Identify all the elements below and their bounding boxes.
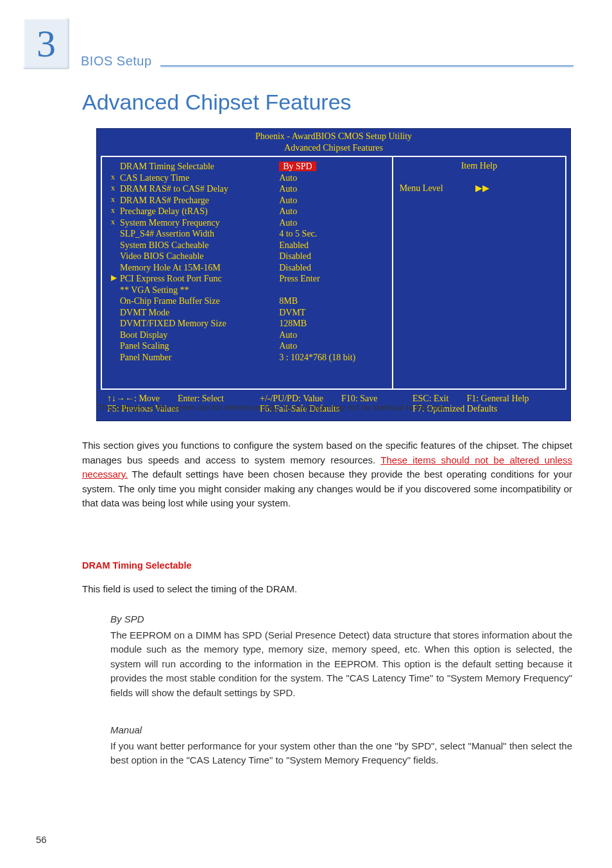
- bios-setting-row: Boot DisplayAuto: [111, 330, 386, 341]
- row-value: Auto: [279, 206, 385, 217]
- bios-setting-row: xDRAM RAS# to CAS# DelayAuto: [111, 183, 386, 195]
- row-name: ** VGA Setting **: [120, 285, 279, 296]
- bios-setting-row: Memory Hole At 15M-16MDisabled: [111, 262, 386, 274]
- row-prefix: [111, 318, 120, 330]
- option-manual: Manual If you want better performance fo…: [110, 723, 572, 768]
- row-name: Panel Number: [120, 352, 279, 363]
- bios-setting-row: Video BIOS CacheableDisabled: [111, 251, 386, 262]
- bios-setting-row: On-Chip Frame Buffer Size8MB: [111, 296, 386, 307]
- row-prefix: [111, 285, 120, 296]
- row-value: Disabled: [279, 262, 385, 274]
- bios-setting-row: System BIOS CacheableEnabled: [111, 240, 386, 251]
- row-name: Precharge Delay (tRAS): [120, 206, 279, 217]
- bios-setting-row: xSystem Memory FrequencyAuto: [111, 217, 386, 229]
- row-prefix: [111, 296, 120, 307]
- bios-setting-row: xDRAM RAS# PrechargeAuto: [111, 195, 386, 206]
- bios-setting-row: DRAM Timing SelectableBy SPD: [111, 161, 386, 172]
- row-value: By SPD: [279, 161, 385, 172]
- triangle-right-icon: ▶▶: [475, 183, 489, 194]
- row-value: DVMT: [279, 307, 385, 319]
- bios-setting-row: DVMT ModeDVMT: [111, 307, 386, 319]
- chapter-badge: 3: [23, 18, 69, 69]
- row-prefix: [111, 251, 120, 262]
- option-manual-body: If you want better performance for your …: [110, 739, 572, 768]
- row-prefix: x: [111, 217, 120, 229]
- bios-setting-row: ** VGA Setting **: [111, 285, 386, 296]
- bios-utility-title: Phoenix - AwardBIOS CMOS Setup Utility: [97, 129, 570, 143]
- option-by-spd-body: The EEPROM on a DIMM has SPD (Serial Pre…: [110, 628, 572, 701]
- bios-screen-title: Advanced Chipset Features: [97, 143, 570, 156]
- row-prefix: [111, 240, 120, 251]
- row-name: DRAM Timing Selectable: [120, 161, 279, 172]
- chapter-number: 3: [37, 22, 56, 66]
- dram-intro: This field is used to select the timing …: [82, 582, 572, 597]
- row-name: Video BIOS Cacheable: [120, 251, 279, 262]
- row-name: Memory Hole At 15M-16M: [120, 262, 279, 274]
- row-name: CAS Latency Time: [120, 172, 279, 184]
- row-value: Auto: [279, 340, 385, 352]
- intro-paragraph: This section gives you functions to conf…: [82, 438, 572, 511]
- bios-setting-row: DVMT/FIXED Memory Size128MB: [111, 318, 386, 330]
- bios-setting-row: xCAS Latency TimeAuto: [111, 172, 386, 184]
- row-value: Press Enter: [279, 273, 385, 285]
- row-name: DRAM RAS# Precharge: [120, 195, 279, 206]
- row-prefix: x: [111, 172, 120, 184]
- row-prefix: x: [111, 195, 120, 206]
- row-name: Panel Scaling: [120, 340, 279, 352]
- row-value: Auto: [279, 183, 385, 195]
- bios-help-panel: Item Help Menu Level ▶▶: [393, 157, 566, 388]
- header-rule: [160, 65, 574, 67]
- row-prefix: x: [111, 183, 120, 195]
- row-prefix: [111, 330, 120, 341]
- row-value: [279, 285, 385, 296]
- row-value: 4 to 5 Sec.: [279, 228, 385, 240]
- row-value: 8MB: [279, 296, 385, 307]
- row-value: Enabled: [279, 240, 385, 251]
- page-title: Advanced Chipset Features: [82, 90, 352, 115]
- row-name: SLP_S4# Assertion Width: [120, 228, 279, 240]
- row-value: Auto: [279, 330, 385, 341]
- row-value: Auto: [279, 172, 385, 184]
- bios-setting-row: ▶PCI Express Root Port FuncPress Enter: [111, 273, 386, 285]
- row-prefix: [111, 161, 120, 172]
- bios-settings-panel: DRAM Timing SelectableBy SPDxCAS Latency…: [101, 157, 393, 388]
- bios-setting-row: Panel Number3 : 1024*768 (18 bit): [111, 352, 386, 363]
- row-name: PCI Express Root Port Func: [120, 273, 279, 285]
- row-name: DRAM RAS# to CAS# Delay: [120, 183, 279, 195]
- option-by-spd-head: By SPD: [110, 612, 572, 627]
- row-prefix: x: [111, 206, 120, 217]
- row-prefix: [111, 262, 120, 274]
- row-name: DVMT/FIXED Memory Size: [120, 318, 279, 330]
- row-value: Auto: [279, 195, 385, 206]
- row-value: 3 : 1024*768 (18 bit): [279, 352, 385, 363]
- bios-setting-row: Panel ScalingAuto: [111, 340, 386, 352]
- bios-menu-level-label: Menu Level: [400, 183, 443, 194]
- option-by-spd: By SPD The EEPROM on a DIMM has SPD (Ser…: [110, 612, 572, 700]
- option-manual-head: Manual: [110, 723, 572, 738]
- row-name: System BIOS Cacheable: [120, 240, 279, 251]
- heading-dram-timing: DRAM Timing Selectable: [82, 560, 192, 571]
- row-name: System Memory Frequency: [120, 217, 279, 229]
- row-name: On-Chip Frame Buffer Size: [120, 296, 279, 307]
- row-name: DVMT Mode: [120, 307, 279, 319]
- row-prefix: [111, 352, 120, 363]
- row-value: 128MB: [279, 318, 385, 330]
- row-prefix: [111, 228, 120, 240]
- row-prefix: [111, 307, 120, 319]
- bios-help-title: Item Help: [400, 161, 559, 171]
- page-number: 56: [36, 834, 47, 845]
- bios-screenshot: Phoenix - AwardBIOS CMOS Setup Utility A…: [96, 128, 571, 421]
- row-prefix: [111, 340, 120, 352]
- section-label: BIOS Setup: [81, 54, 152, 69]
- row-name: Boot Display: [120, 330, 279, 341]
- row-prefix: ▶: [111, 273, 120, 285]
- bios-setting-row: xPrecharge Delay (tRAS)Auto: [111, 206, 386, 217]
- row-value: Auto: [279, 217, 385, 229]
- row-value: Disabled: [279, 251, 385, 262]
- screenshot-caption: The settings on the screen are for refer…: [98, 402, 572, 413]
- intro-text-b: The default settings have been chosen be…: [82, 469, 572, 508]
- bios-setting-row: SLP_S4# Assertion Width4 to 5 Sec.: [111, 228, 386, 240]
